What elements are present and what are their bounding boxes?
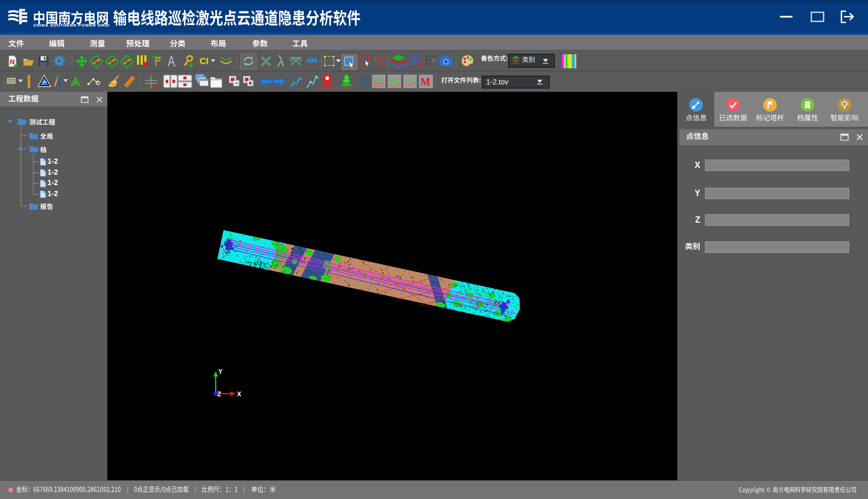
svg-text:X: X (237, 391, 241, 398)
svg-text:Z: Z (217, 391, 221, 398)
svg-text:CI: CI (200, 56, 208, 66)
svg-text:M: M (420, 76, 430, 88)
svg-text:N: N (10, 58, 15, 66)
svg-text:Y: Y (218, 368, 222, 375)
